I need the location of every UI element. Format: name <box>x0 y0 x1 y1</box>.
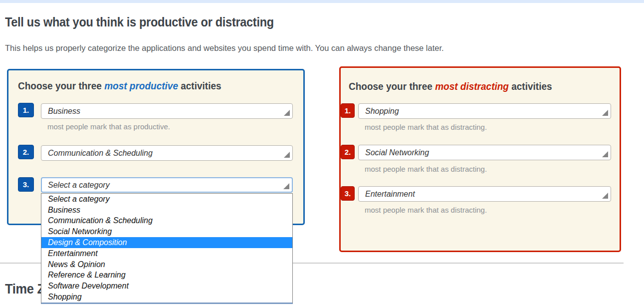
select-value: Communication & Scheduling <box>48 149 153 158</box>
heading-prefix: Choose your three <box>18 80 102 91</box>
select-helper-text: most people mark that as productive. <box>47 122 170 131</box>
top-progress-strip <box>0 0 644 3</box>
productive-select-1[interactable]: Business <box>41 103 293 119</box>
dropdown-arrow-icon <box>284 152 290 158</box>
dropdown-option[interactable]: Reference & Learning <box>41 270 292 281</box>
heading-prefix: Choose your three <box>349 81 432 92</box>
distracting-panel: Choose your three most distracting activ… <box>339 66 621 252</box>
dropdown-arrow-icon <box>602 110 608 116</box>
heading-suffix: activities <box>181 80 221 91</box>
dropdown-option[interactable]: News & Opinion <box>41 259 292 270</box>
dropdown-option[interactable]: Business <box>41 205 292 216</box>
dropdown-option[interactable]: Select a category <box>41 194 292 205</box>
dropdown-arrow-icon <box>283 183 289 189</box>
heading-suffix: activities <box>511 81 552 92</box>
distracting-select-2[interactable]: Social Networking <box>358 145 611 160</box>
select-helper-text: most people mark that as distracting. <box>365 206 487 214</box>
rank-badge-1: 1. <box>18 103 34 117</box>
heading-emphasis: most distracting <box>435 81 509 92</box>
select-value: Entertainment <box>365 190 415 199</box>
dropdown-arrow-icon <box>602 151 608 157</box>
page-title: Tell us what you think is productive or … <box>5 15 274 29</box>
dropdown-option[interactable]: Social Networking <box>41 226 292 237</box>
dropdown-option[interactable]: Software Development <box>41 281 292 292</box>
page-subtitle: This helps us properly categorize the ap… <box>5 43 444 53</box>
dropdown-option[interactable]: Entertainment <box>41 248 292 259</box>
select-value: Social Networking <box>365 148 429 157</box>
productive-panel-heading: Choose your three most productive activi… <box>18 80 221 92</box>
rank-badge-1: 1. <box>341 103 355 118</box>
distracting-select-1[interactable]: Shopping <box>358 103 611 119</box>
select-helper-text: most people mark that as distracting. <box>365 123 487 131</box>
distracting-select-3[interactable]: Entertainment <box>358 186 611 202</box>
dropdown-option[interactable]: Design & Composition <box>41 237 292 248</box>
select-value: Shopping <box>365 107 399 116</box>
select-helper-text: most people mark that as distracting. <box>365 165 487 173</box>
productive-select-2[interactable]: Communication & Scheduling <box>41 145 293 161</box>
category-dropdown-list: Select a categoryBusinessCommunication &… <box>41 193 293 304</box>
distracting-panel-heading: Choose your three most distracting activ… <box>349 81 552 92</box>
rank-badge-2: 2. <box>18 145 34 159</box>
rank-badge-3: 3. <box>341 186 355 201</box>
productive-select-3[interactable]: Select a category <box>41 177 293 193</box>
select-value: Business <box>48 107 80 116</box>
dropdown-arrow-icon <box>602 193 608 199</box>
dropdown-option[interactable]: Shopping <box>41 292 292 303</box>
rank-badge-3: 3. <box>18 177 34 192</box>
rank-badge-2: 2. <box>341 145 355 159</box>
heading-emphasis: most productive <box>104 80 178 91</box>
onboarding-page: Tell us what you think is productive or … <box>0 0 644 307</box>
select-value: Select a category <box>48 181 110 190</box>
dropdown-option[interactable]: Communication & Scheduling <box>41 216 292 227</box>
dropdown-arrow-icon <box>284 110 290 116</box>
